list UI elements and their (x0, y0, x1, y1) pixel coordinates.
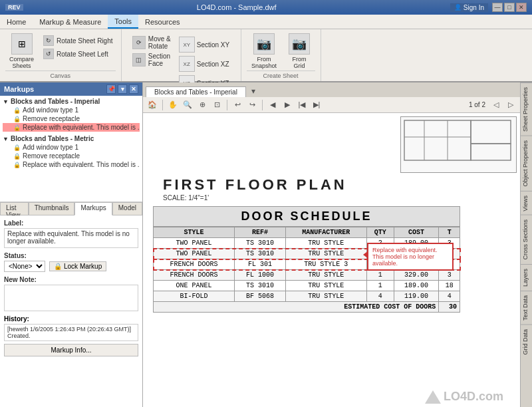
rotate-left-btn[interactable]: ↺ Rotate Sheet Left (41, 48, 116, 60)
close-btn[interactable]: ✕ (516, 3, 527, 12)
left-panel-tabs: List View Thumbnails Markups Model (0, 202, 142, 215)
tree-group-metric-header[interactable]: ▼ Blocks and Tables - Metric (3, 134, 140, 143)
tree-item-remove-receptacle[interactable]: 🔒 Remove receptacle (3, 114, 140, 123)
tree-item-metric-remove[interactable]: 🔒 Remove receptacle (3, 152, 140, 160)
lock-icon: 🔒 (54, 263, 62, 270)
maximize-btn[interactable]: □ (504, 3, 515, 12)
col-cost: COST (394, 227, 439, 238)
col-mfr: MANUFACTURER (285, 227, 366, 238)
lock-icon: 🔒 (13, 144, 21, 151)
toolbar-row: 🏠 ✋ 🔍 ⊕ ⊡ ↩ ↪ ◀ ▶ |◀ ▶| 1 of 2 ◁ ▷ (143, 97, 520, 113)
tab-markups[interactable]: Markups (74, 202, 112, 215)
markups-header: Markups 📌 ▾ ✕ (0, 82, 142, 96)
tab-model[interactable]: Model (112, 202, 142, 215)
tree-item-add-window[interactable]: 🔒 Add window type 1 (3, 106, 140, 114)
history-entry: [heweth 1/6/2005 1:26:43 PM (20:26:43 GM… (4, 324, 138, 341)
fit-btn[interactable]: ⊡ (210, 99, 223, 111)
tree-item-replace-highlighted[interactable]: 🔒 Replace with equivalent. This model is… (3, 123, 140, 132)
floor-plan-thumbnail (400, 116, 517, 173)
main-area: Markups 📌 ▾ ✕ ▼ Blocks and Tables - Impe… (0, 82, 532, 407)
right-tab-object-props[interactable]: Object Properties (521, 136, 532, 191)
move-rotate-btn[interactable]: ⟳ Move &Rotate (130, 35, 174, 51)
markups-tree: ▼ Blocks and Tables - Imperial 🔒 Add win… (0, 96, 142, 202)
menu-bar: Home Markup & Measure Tools Resources (0, 15, 532, 29)
tree-group-imperial-header[interactable]: ▼ Blocks and Tables - Imperial (3, 97, 140, 106)
nav-next-btn[interactable]: ▶ (281, 99, 294, 111)
right-tab-views[interactable]: Views (521, 191, 532, 215)
from-grid-btn[interactable]: 📷 FromGrid (285, 32, 314, 70)
zoom-in-btn[interactable]: 🔍 (181, 99, 194, 111)
markup-label-value: Replace with equivalent. This model is n… (4, 228, 138, 248)
tree-item-metric-add[interactable]: 🔒 Add window type 1 (3, 143, 140, 152)
drawing-scale: SCALE: 1/4"=1' (163, 194, 209, 202)
doc-tab-add[interactable]: ▾ (247, 85, 259, 97)
pan-btn[interactable]: ✋ (166, 99, 180, 111)
page-info: 1 of 2 (469, 101, 485, 108)
doc-tabs: Blocks and Tables - Imperial ▾ (143, 82, 520, 97)
right-tab-text-data[interactable]: Text Data (521, 291, 532, 325)
rotate-right-btn[interactable]: ↻ Rotate Sheet Right (41, 35, 116, 47)
tree-group-metric: ▼ Blocks and Tables - Metric 🔒 Add windo… (0, 133, 142, 170)
tab-list-view[interactable]: List View (0, 202, 29, 215)
markups-pin-btn[interactable]: 📌 (106, 84, 116, 94)
menu-item-markup[interactable]: Markup & Measure (33, 15, 108, 29)
redo-btn[interactable]: ↪ (245, 99, 259, 111)
move-rotate-icon: ⟳ (132, 36, 146, 49)
menu-item-home[interactable]: Home (0, 15, 33, 29)
undo-btn[interactable]: ↩ (231, 99, 244, 111)
home-btn[interactable]: 🏠 (146, 99, 159, 111)
nav-arrow-right[interactable]: ▷ (504, 99, 517, 111)
lock-icon: 🔒 (13, 107, 21, 114)
nav-prev-btn[interactable]: ◀ (266, 99, 279, 111)
tree-item-metric-replace[interactable]: 🔒 Replace with equivalent. This model is… (3, 160, 140, 169)
title-bar: REV LO4D.com - Sample.dwf 👤 Sign In — □ … (0, 0, 532, 15)
compare-sheets-btn[interactable]: ⊞ Compare Sheets (5, 32, 38, 70)
history-section: History: [heweth 1/6/2005 1:26:43 PM (20… (4, 315, 138, 341)
lock-icon: 🔒 (13, 153, 21, 160)
right-tab-sheet-props[interactable]: Sheet Properties (521, 82, 532, 136)
section-xy-btn[interactable]: XY Section XY (176, 36, 232, 53)
win-controls: — □ ✕ (492, 3, 527, 12)
ribbon: ⊞ Compare Sheets ↻ Rotate Sheet Right ↺ … (0, 29, 532, 82)
ribbon-create-sheet-group: 📷 FromSnapshot 📷 FromGrid Create Sheet (241, 29, 321, 81)
col-t: T (439, 227, 460, 238)
new-note-area[interactable] (4, 285, 138, 311)
markups-menu-btn[interactable]: ▾ (118, 84, 127, 94)
markups-close-btn[interactable]: ✕ (129, 84, 138, 94)
markup-info-btn[interactable]: Markup Info... (4, 344, 138, 356)
floor-plan-svg (401, 117, 517, 173)
section-face-btn[interactable]: ◫ SectionFace (130, 52, 174, 68)
lock-markup-btn[interactable]: 🔒 Lock Markup (49, 261, 106, 271)
drawing-title: FIRST FLOOR PLAN (163, 176, 347, 194)
doc-tab-imperial[interactable]: Blocks and Tables - Imperial (146, 86, 246, 97)
right-sidebar: Sheet Properties Object Properties Views… (520, 82, 532, 407)
menu-item-tools[interactable]: Tools (108, 15, 138, 29)
minimize-btn[interactable]: — (492, 3, 503, 12)
right-tab-layers[interactable]: Layers (521, 264, 532, 291)
center-panel: Blocks and Tables - Imperial ▾ 🏠 ✋ 🔍 ⊕ ⊡… (143, 82, 520, 407)
lock-icon: 🔒 (13, 124, 21, 131)
section-face-icon: ◫ (132, 53, 146, 67)
table-header-row: STYLE REF# MANUFACTURER QTY COST T (154, 227, 460, 238)
lock-icon: 🔒 (13, 162, 21, 168)
lock-icon: 🔒 (13, 116, 21, 122)
status-row: <None> 🔒 Lock Markup (4, 261, 138, 272)
rotate-right-icon: ↻ (43, 35, 54, 46)
table-row: ONE PANELTS 3010TRU STYLE1189.0018 (154, 281, 460, 291)
status-select[interactable]: <None> (4, 261, 45, 272)
nav-first-btn[interactable]: |◀ (295, 99, 309, 111)
right-tab-grid-data[interactable]: Grid Data (521, 325, 532, 359)
nav-arrow-left[interactable]: ◁ (489, 99, 503, 111)
right-tab-cross-sections[interactable]: Cross Sections (521, 215, 532, 264)
drawing-area[interactable]: FIRST FLOOR PLAN SCALE: 1/4"=1' DOOR SCH… (143, 113, 520, 407)
schedule-title: DOOR SCHEDULE (153, 206, 460, 227)
menu-item-resources[interactable]: Resources (138, 15, 187, 29)
tab-thumbnails[interactable]: Thumbnails (29, 202, 75, 215)
zoom-rect-btn[interactable]: ⊕ (196, 99, 209, 111)
nav-last-btn[interactable]: ▶| (310, 99, 323, 111)
section-xz-btn[interactable]: XZ Section XZ (176, 55, 232, 72)
svg-rect-1 (471, 120, 511, 144)
col-ref: REF# (235, 227, 286, 238)
from-snapshot-btn[interactable]: 📷 FromSnapshot (247, 32, 281, 70)
sign-in-area[interactable]: 👤 Sign In (450, 3, 488, 12)
